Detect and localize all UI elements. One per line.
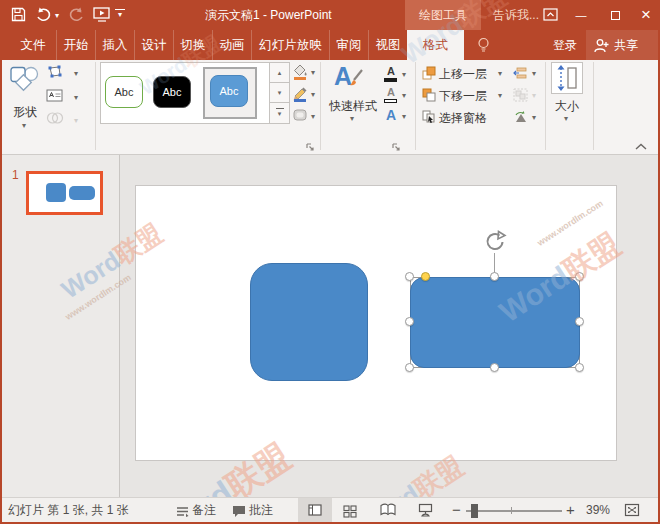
wordart-dialog-launcher-icon[interactable]	[392, 138, 401, 156]
start-slideshow-icon[interactable]	[93, 7, 111, 23]
reading-view-icon	[380, 503, 396, 517]
comments-button-label[interactable]: 批注	[249, 498, 273, 522]
tab-format-active[interactable]: 格式	[407, 30, 464, 60]
rotate-button[interactable]: ▾	[513, 110, 541, 126]
comments-icon[interactable]	[232, 504, 246, 522]
adjust-handle-yellow[interactable]	[421, 272, 430, 281]
ribbon-display-options-icon[interactable]	[537, 0, 563, 30]
textbox-icon	[46, 89, 63, 106]
shapes-button[interactable]: 形状 ▾	[6, 62, 44, 137]
merge-shapes-icon	[46, 111, 64, 128]
ribbon: 形状 ▾ ▾ ▾ ▾ 插入形状 Abc Abc Abc ▴ ▾ ▾	[0, 60, 660, 155]
title-bar: ▾ ▾ 演示文稿1 - PowerPoint 绘图工具 — ×	[0, 0, 660, 30]
tellme-label[interactable]: 告诉我...	[493, 0, 539, 30]
tab-animations[interactable]: 动画	[213, 30, 252, 60]
tab-review[interactable]: 审阅	[330, 30, 369, 60]
send-backward-button[interactable]: 下移一层 ▾	[422, 88, 507, 104]
zoom-slider-thumb[interactable]	[471, 504, 478, 518]
resize-handle-sw[interactable]	[405, 363, 414, 372]
send-backward-icon	[422, 88, 436, 105]
rounded-rectangle-shape-selected[interactable]	[410, 277, 580, 368]
text-outline-button[interactable]: A ▾	[384, 87, 410, 107]
bring-forward-button[interactable]: 上移一层 ▾	[422, 66, 507, 82]
zoom-level-label[interactable]: 39%	[586, 498, 610, 522]
shape-style-option-3-selected[interactable]: Abc	[210, 75, 248, 107]
signin-label[interactable]: 登录	[553, 30, 577, 60]
quick-styles-dropdown-icon: ▾	[350, 115, 354, 123]
edit-shape-button[interactable]: ▾	[46, 64, 84, 86]
size-button-label: 大小	[548, 98, 586, 115]
slideshow-view-button[interactable]	[418, 503, 433, 521]
gallery-scroll-up[interactable]: ▴	[269, 63, 289, 83]
resize-handle-ne[interactable]	[575, 272, 584, 281]
notes-button-label[interactable]: 备注	[192, 498, 216, 522]
slide-thumbnail-selected[interactable]	[26, 171, 103, 215]
quick-styles-button[interactable]: A 快速样式 ▾	[324, 62, 382, 134]
shape-effects-button[interactable]: ▾	[292, 108, 318, 128]
selection-pane-button[interactable]: 选择窗格	[422, 110, 507, 126]
text-fill-icon: A	[384, 66, 398, 77]
save-icon[interactable]	[11, 7, 26, 23]
reading-view-button[interactable]	[380, 503, 396, 521]
maximize-button[interactable]	[600, 0, 630, 30]
zoom-out-button[interactable]: −	[452, 498, 461, 522]
text-effects-button[interactable]: A ▾	[384, 108, 410, 128]
tab-transitions[interactable]: 切换	[174, 30, 213, 60]
shape-styles-dialog-launcher-icon[interactable]	[306, 138, 315, 156]
tab-view[interactable]: 视图	[369, 30, 407, 60]
align-icon	[513, 66, 527, 83]
rotate-handle[interactable]	[483, 230, 507, 258]
normal-view-button-active[interactable]	[298, 498, 332, 523]
resize-handle-s[interactable]	[490, 363, 499, 372]
tab-design[interactable]: 设计	[135, 30, 174, 60]
customize-qat-icon[interactable]: ▾	[115, 9, 125, 19]
text-fill-button[interactable]: A ▾	[384, 66, 410, 86]
merge-shapes-dropdown-icon: ▾	[74, 117, 78, 125]
resize-handle-se[interactable]	[575, 363, 584, 372]
merge-shapes-button: ▾	[46, 111, 84, 133]
minimize-button[interactable]: —	[566, 0, 596, 30]
tab-file[interactable]: 文件	[10, 30, 57, 60]
panel-divider[interactable]	[119, 155, 120, 497]
tab-insert[interactable]: 插入	[96, 30, 135, 60]
shape-style-gallery: Abc Abc Abc ▴ ▾ ▾	[100, 62, 290, 124]
shapes-button-label: 形状	[6, 104, 44, 121]
resize-handle-nw[interactable]	[405, 272, 414, 281]
zoom-in-button[interactable]: +	[566, 498, 575, 522]
zoom-slider-track[interactable]	[466, 510, 562, 512]
resize-handle-e[interactable]	[575, 317, 584, 326]
resize-handle-w[interactable]	[405, 317, 414, 326]
shapes-icon	[10, 66, 40, 97]
share-button[interactable]: 共享	[586, 30, 658, 60]
collapse-ribbon-icon[interactable]	[634, 138, 648, 156]
bring-forward-icon	[422, 66, 436, 83]
thumbnail-shape-left	[46, 183, 66, 202]
gallery-scroll-down[interactable]: ▾	[269, 83, 289, 103]
tab-home[interactable]: 开始	[57, 30, 96, 60]
redo-icon	[68, 7, 84, 23]
fit-to-window-button[interactable]	[624, 503, 640, 521]
drawing-tools-header[interactable]: 绘图工具	[405, 0, 481, 30]
resize-handle-n[interactable]	[490, 272, 499, 281]
size-button[interactable]: 大小 ▾	[548, 62, 588, 134]
slide-number-label: 1	[12, 168, 19, 182]
shape-fill-dropdown-icon: ▾	[311, 69, 315, 77]
rounded-rectangle-shape-left[interactable]	[250, 263, 368, 381]
bring-forward-dropdown-icon: ▾	[498, 70, 502, 78]
shape-outline-dropdown-icon: ▾	[311, 91, 315, 99]
gallery-more-button[interactable]: ▾	[269, 103, 289, 123]
slide-sorter-view-button[interactable]	[343, 504, 357, 522]
shape-style-option-1[interactable]: Abc	[105, 76, 143, 108]
shape-outline-button[interactable]: ▾	[292, 86, 318, 106]
edit-shape-icon	[46, 65, 63, 82]
tab-slideshow[interactable]: 幻灯片放映	[252, 30, 330, 60]
undo-dropdown-icon[interactable]: ▾	[55, 12, 59, 20]
undo-icon[interactable]	[36, 7, 52, 23]
shape-style-option-2[interactable]: Abc	[153, 76, 191, 108]
close-button[interactable]: ×	[632, 0, 660, 30]
notes-icon[interactable]	[176, 504, 189, 522]
tellme-lightbulb-icon[interactable]	[477, 37, 490, 57]
textbox-button[interactable]: ▾	[46, 88, 84, 110]
shape-fill-button[interactable]: ▾	[292, 64, 318, 84]
align-button[interactable]: ▾	[513, 66, 541, 82]
